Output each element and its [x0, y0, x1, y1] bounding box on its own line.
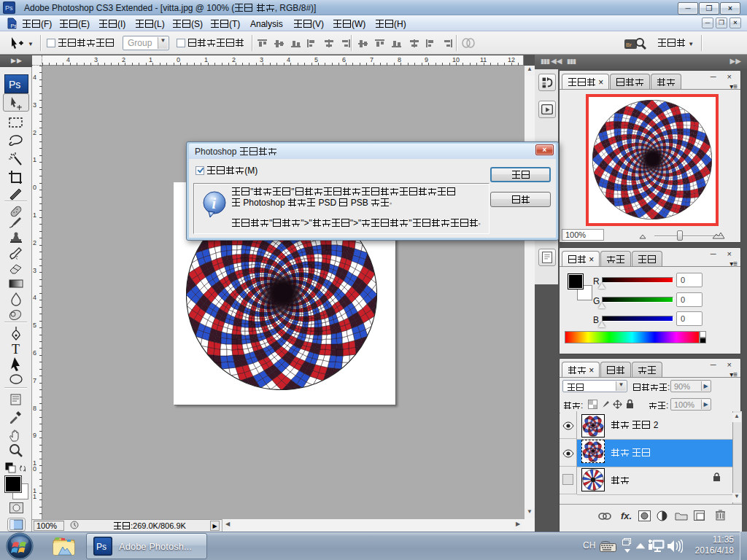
svg-text:Ps: Ps	[96, 542, 107, 552]
svg-text:Br: Br	[626, 42, 632, 48]
svg-text:Ps: Ps	[9, 79, 20, 90]
svg-text:i: i	[212, 195, 217, 211]
svg-text:Ps: Ps	[5, 4, 13, 12]
svg-text:T: T	[12, 342, 20, 357]
svg-text:Ps: Ps	[11, 23, 18, 28]
